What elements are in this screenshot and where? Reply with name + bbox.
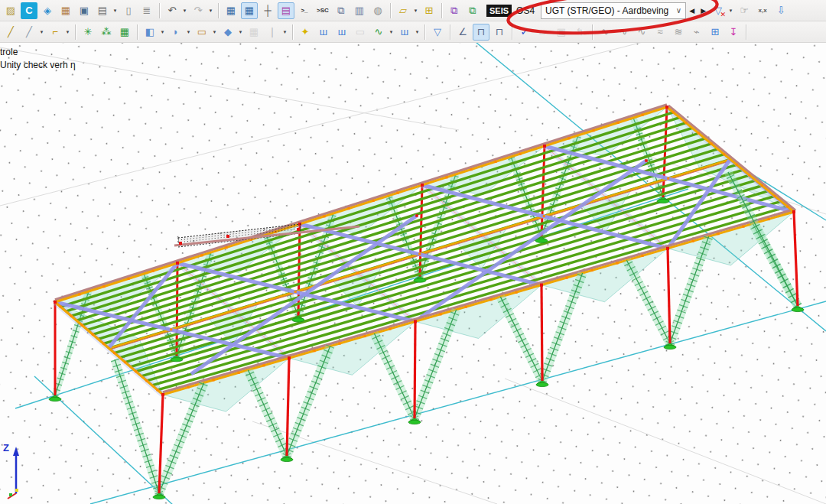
new-solid-icon-dropdown[interactable]: ▼ <box>237 24 244 41</box>
note-add-icon[interactable]: ⊞ <box>421 2 437 19</box>
help-headset-icon[interactable]: ◍ <box>369 2 386 19</box>
filter-remove-icon-overlay: ✕ <box>720 11 727 18</box>
toolbar-separator <box>390 3 391 18</box>
new-document-icon[interactable]: ▯ <box>120 2 137 19</box>
result-legend: trole Unity check verh η <box>0 46 76 72</box>
layers-list-icon[interactable]: ▤ <box>278 2 294 19</box>
surface-draw-icon[interactable]: ▱ <box>395 2 411 19</box>
project-module-icon[interactable]: ◈ <box>39 2 56 19</box>
render-box-icon[interactable]: ▣ <box>553 24 570 41</box>
scia-logo-icon[interactable]: C <box>21 2 37 19</box>
new-solid-icon[interactable]: ◆ <box>220 24 236 41</box>
save-icon[interactable]: ▣ <box>76 2 93 19</box>
predefined-load-icon[interactable]: ∿ <box>370 24 387 41</box>
model-viewport[interactable]: Z trole Unity check verh η <box>0 43 826 504</box>
table-input-icon[interactable]: ▦ <box>223 2 239 19</box>
toolbar-separator <box>512 24 512 40</box>
new-opening-icon-dropdown[interactable]: ▼ <box>211 24 218 41</box>
print-icon[interactable]: ▤ <box>94 2 111 19</box>
seis-badge: SEIS <box>486 5 512 17</box>
previous-case-button[interactable]: ◀ <box>686 3 698 18</box>
draw-polyline-icon-dropdown[interactable]: ▼ <box>64 24 71 41</box>
legend-line-2: Unity check verh η <box>0 59 76 72</box>
view-window-icon[interactable]: ⊓ <box>473 24 489 41</box>
z-axis-label: Z <box>3 442 9 454</box>
structure-3d-scene: Z <box>0 43 826 504</box>
open-project-icon[interactable]: ▨ <box>2 2 19 19</box>
load-case-value: UGT (STR/GEO) - Aardbeving <box>545 5 668 16</box>
toolbar-separator <box>746 24 746 40</box>
new-surface-icon-dropdown[interactable]: ▼ <box>159 24 166 41</box>
filter-remove-icon[interactable]: ▽✕ <box>710 2 727 19</box>
diagram-deformation-icon[interactable]: ≈ <box>652 24 668 41</box>
new-surface-icon[interactable]: ◧ <box>141 24 158 41</box>
nodes-on-line-icon[interactable]: ⁂ <box>98 24 115 41</box>
toolbar-row-2: ╱╱▼⌐▼✳⁂▦◧▼◗▼▭▼◆▼▦❘▼✦шш▭∿▼ш▼▽∠⊓⊓✓▱▣↰∿∿∿≈≋… <box>0 21 826 43</box>
surface-load-icon[interactable]: ш <box>333 24 350 41</box>
draw-beam-icon[interactable]: ╱ <box>2 24 19 41</box>
redo-icon[interactable]: ↷ <box>190 2 206 19</box>
toolbar-separator <box>159 3 160 18</box>
draw-polyline-icon[interactable]: ⌐ <box>47 24 63 41</box>
toolbar-separator <box>424 24 425 40</box>
pick-cursor-icon[interactable]: ☞ <box>736 2 753 19</box>
line-load-icon[interactable]: ш <box>315 24 332 41</box>
draw-beam-axis-icon-dropdown[interactable]: ▼ <box>38 24 45 41</box>
image-gallery-icon[interactable]: ▦ <box>57 2 74 19</box>
undo-icon[interactable]: ↶ <box>164 2 180 19</box>
diagram-combined-icon[interactable]: ⌁ <box>688 24 705 41</box>
table-results-icon[interactable]: ▦ <box>241 2 258 19</box>
diagram-my-icon[interactable]: ∿ <box>633 24 650 41</box>
new-result-window-icon[interactable]: ⊞ <box>707 24 724 41</box>
new-shell-icon[interactable]: ◗ <box>167 24 184 41</box>
result-diagram-icon[interactable]: ∠ <box>454 24 471 41</box>
new-column-icon-dropdown[interactable]: ▼ <box>281 24 288 41</box>
new-shell-icon-dropdown[interactable]: ▼ <box>185 24 192 41</box>
predefined-load-icon-dropdown[interactable]: ▼ <box>388 24 395 41</box>
moment-load-icon[interactable]: ш <box>396 24 413 41</box>
frame-load-icon[interactable]: ▭ <box>352 24 369 41</box>
document-stack-icon[interactable]: ⧉ <box>333 2 350 19</box>
free-point-load-icon[interactable]: ✦ <box>297 24 314 41</box>
print-icon-dropdown[interactable]: ▼ <box>112 2 119 19</box>
new-node-icon[interactable]: ✳ <box>80 24 96 41</box>
pick-arrow-icon[interactable]: ⇩ <box>772 2 789 19</box>
chevron-down-icon: ∨ <box>676 6 681 15</box>
surface-draw-icon-dropdown[interactable]: ▼ <box>412 2 419 19</box>
toolbar-separator <box>441 3 442 18</box>
legend-line-1: trole <box>0 46 76 59</box>
undo-icon-dropdown[interactable]: ▼ <box>181 2 188 19</box>
window-paste-icon[interactable]: ⧉ <box>464 2 481 19</box>
window-copy-icon[interactable]: ⧉ <box>446 2 463 19</box>
diagram-n-icon[interactable]: ∿ <box>597 24 613 41</box>
moment-load-icon-dropdown[interactable]: ▼ <box>414 24 421 41</box>
hidden-tool-icon[interactable]: ▱ <box>535 24 551 41</box>
sc-command-icon[interactable]: >SC <box>314 2 331 19</box>
report-table-icon[interactable]: ▥ <box>351 2 368 19</box>
filter-remove-icon-dropdown[interactable]: ▼ <box>727 2 734 19</box>
toolbar-separator <box>592 24 593 40</box>
new-column-icon[interactable]: ❘ <box>264 24 281 41</box>
disabled-box-icon[interactable]: ▦ <box>246 24 262 41</box>
pin-result-icon[interactable]: ↧ <box>725 24 742 41</box>
axis-cross-icon[interactable]: ┼ <box>259 2 276 19</box>
toolbar-separator <box>450 24 450 40</box>
view-animation-icon[interactable]: ⊓ <box>491 24 508 41</box>
document-outline-icon[interactable]: ≣ <box>138 2 155 19</box>
toolbar-separator <box>218 3 219 18</box>
diagram-stress-icon[interactable]: ≋ <box>670 24 687 41</box>
redo-icon-dropdown[interactable]: ▼ <box>207 2 214 19</box>
command-line-icon[interactable]: >_ <box>296 2 313 19</box>
new-opening-icon[interactable]: ▭ <box>193 24 210 41</box>
pick-values-icon[interactable]: x,x <box>754 2 771 19</box>
draw-beam-axis-icon[interactable]: ╱ <box>21 24 37 41</box>
diagram-vz-icon[interactable]: ∿ <box>615 24 632 41</box>
check-mark-blue-icon[interactable]: ✓ <box>516 24 533 41</box>
load-case-select[interactable]: UGT (STR/GEO) - Aardbeving∨ <box>541 2 686 19</box>
toolbar-separator <box>137 24 138 40</box>
activity-filter-icon[interactable]: ▽ <box>429 24 446 41</box>
model-name-label: OS4 <box>516 5 535 16</box>
tree-back-icon[interactable]: ↰ <box>571 24 588 41</box>
grid-frame-icon[interactable]: ▦ <box>116 24 133 41</box>
next-case-button[interactable]: ▶ <box>698 3 709 18</box>
